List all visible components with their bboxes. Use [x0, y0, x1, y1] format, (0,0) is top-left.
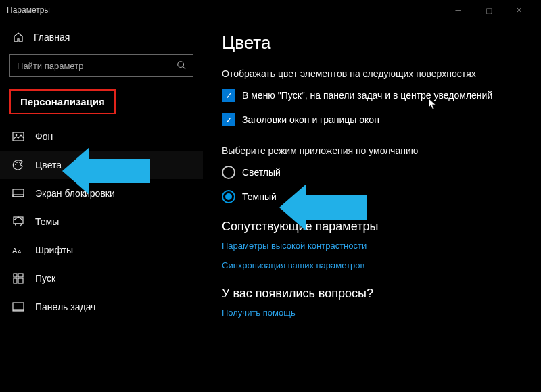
checkbox-start-taskbar[interactable]: ✓ В меню "Пуск", на панели задач и в цен… — [222, 89, 522, 102]
nav-item-colors[interactable]: Цвета — [0, 151, 203, 179]
nav-label: Панель задач — [35, 301, 95, 312]
svg-line-1 — [183, 66, 186, 69]
svg-point-0 — [178, 61, 184, 67]
surfaces-label: Отображать цвет элементов на следующих п… — [222, 68, 522, 79]
checkbox-titlebars[interactable]: ✓ Заголовки окон и границы окон — [222, 113, 522, 126]
nav-label: Цвета — [35, 160, 62, 170]
nav-label: Экран блокировки — [35, 188, 115, 199]
lockscreen-icon — [12, 187, 24, 199]
svg-rect-9 — [14, 217, 23, 224]
home-button[interactable]: Главная — [0, 26, 203, 49]
main-panel: Цвета Отображать цвет элементов на следу… — [203, 20, 541, 392]
checkbox-icon: ✓ — [222, 113, 235, 126]
svg-rect-14 — [14, 278, 17, 283]
radio-light[interactable]: Светлый — [222, 166, 522, 179]
svg-point-3 — [16, 134, 18, 137]
nav-item-lockscreen[interactable]: Экран блокировки — [0, 179, 203, 207]
picture-icon — [12, 130, 24, 143]
nav-label: Темы — [35, 216, 59, 227]
nav-item-background[interactable]: Фон — [0, 122, 203, 151]
start-icon — [12, 272, 24, 285]
page-title: Цвета — [222, 32, 522, 53]
palette-icon — [12, 159, 24, 171]
window-title: Параметры — [7, 5, 443, 15]
link-sync-settings[interactable]: Синхронизация ваших параметров — [222, 260, 522, 270]
radio-label: Светлый — [242, 167, 281, 178]
svg-rect-17 — [13, 309, 24, 311]
nav-item-taskbar[interactable]: Панель задач — [0, 293, 203, 321]
minimize-button[interactable]: ─ — [443, 0, 473, 20]
home-icon — [12, 31, 24, 43]
nav-item-start[interactable]: Пуск — [0, 264, 203, 293]
fonts-icon: AA — [12, 244, 24, 256]
nav-item-themes[interactable]: Темы — [0, 207, 203, 236]
maximize-button[interactable]: ▢ — [473, 0, 504, 20]
nav-list: Фон Цвета Экран блокировки — [0, 122, 203, 321]
svg-rect-7 — [13, 189, 24, 197]
search-icon — [177, 60, 186, 72]
nav-label: Фон — [35, 131, 53, 142]
appmode-label: Выберите режим приложения по умолчанию — [222, 145, 522, 156]
svg-point-5 — [16, 162, 18, 163]
sidebar: Главная Найти параметр Персонализация — [0, 20, 203, 392]
link-get-help[interactable]: Получить помощь — [222, 308, 522, 318]
radio-icon — [222, 190, 235, 203]
close-button[interactable]: ✕ — [504, 0, 534, 20]
themes-icon — [12, 216, 24, 228]
svg-rect-15 — [18, 278, 23, 283]
search-placeholder: Найти параметр — [17, 61, 177, 71]
category-title: Персонализация — [9, 89, 116, 114]
svg-rect-13 — [18, 274, 23, 277]
svg-point-4 — [15, 164, 16, 165]
radio-icon — [222, 166, 235, 179]
checkbox-icon: ✓ — [222, 89, 235, 102]
related-heading: Сопутствующие параметры — [222, 220, 522, 234]
nav-label: Шрифты — [35, 245, 73, 255]
checkbox-label: Заголовки окон и границы окон — [242, 114, 379, 125]
home-label: Главная — [34, 32, 70, 43]
taskbar-icon — [12, 301, 24, 313]
nav-item-fonts[interactable]: AA Шрифты — [0, 236, 203, 264]
radio-dark[interactable]: Темный — [222, 190, 522, 203]
questions-heading: У вас появились вопросы? — [222, 287, 522, 301]
radio-label: Темный — [242, 191, 277, 202]
nav-label: Пуск — [35, 273, 55, 284]
window-controls: ─ ▢ ✕ — [443, 0, 534, 20]
svg-rect-12 — [14, 274, 17, 277]
svg-text:A: A — [12, 247, 18, 255]
svg-rect-8 — [13, 195, 24, 197]
link-high-contrast[interactable]: Параметры высокой контрастности — [222, 241, 522, 251]
svg-point-6 — [19, 162, 20, 163]
checkbox-label: В меню "Пуск", на панели задач и в центр… — [242, 90, 492, 101]
search-input[interactable]: Найти параметр — [9, 54, 193, 77]
svg-text:A: A — [18, 249, 22, 255]
